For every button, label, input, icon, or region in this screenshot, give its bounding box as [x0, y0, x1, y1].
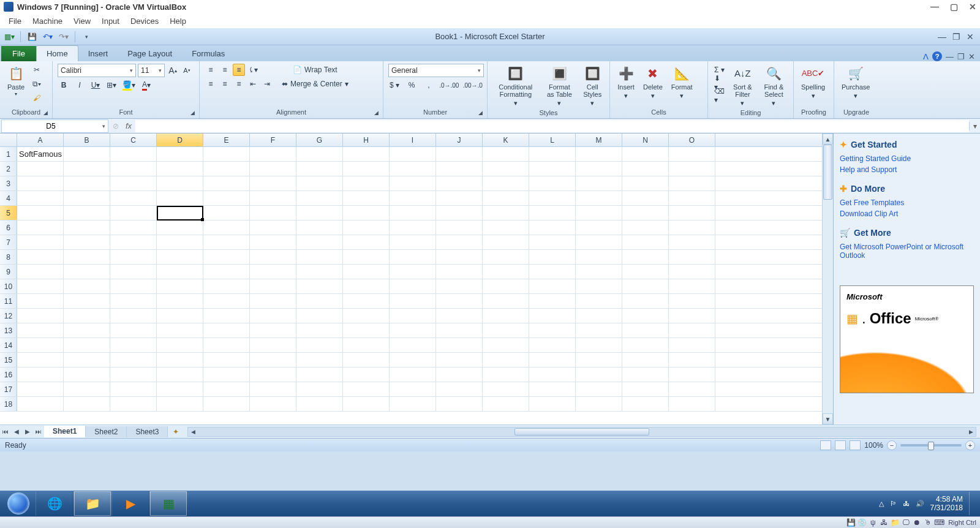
cell-J18[interactable] [436, 397, 483, 411]
cell-I16[interactable] [390, 368, 436, 382]
cell-J13[interactable] [436, 323, 483, 338]
cell-I12[interactable] [390, 309, 436, 323]
cell-H15[interactable] [343, 353, 390, 367]
cell-E17[interactable] [203, 382, 250, 396]
cell-F10[interactable] [250, 279, 296, 293]
cell-H6[interactable] [343, 221, 390, 235]
cell-O10[interactable] [669, 279, 715, 293]
cell-H2[interactable] [343, 162, 390, 176]
sort-filter-button[interactable]: A↓ZSort & Filter▾ [729, 64, 756, 108]
cell-M17[interactable] [576, 382, 622, 396]
cell-A7[interactable] [17, 235, 64, 249]
network-icon[interactable]: 🖧 [903, 500, 910, 507]
cell-F17[interactable] [250, 382, 296, 396]
cell-O1[interactable] [669, 147, 715, 161]
cell-I13[interactable] [390, 323, 436, 338]
qat-save-icon[interactable]: 💾 [25, 31, 39, 43]
zoom-out-icon[interactable]: − [887, 440, 897, 450]
cell-M16[interactable] [576, 368, 622, 382]
cell-G11[interactable] [296, 294, 343, 308]
cell-F12[interactable] [250, 309, 296, 323]
cell-J15[interactable] [436, 353, 483, 367]
cell-H4[interactable] [343, 191, 390, 205]
cell-C16[interactable] [110, 368, 157, 382]
cell-N1[interactable] [622, 147, 669, 161]
cell-H7[interactable] [343, 235, 390, 249]
cell-C9[interactable] [110, 265, 157, 279]
cell-A4[interactable] [17, 191, 64, 205]
cell-D6[interactable] [157, 221, 203, 235]
cell-F18[interactable] [250, 397, 296, 411]
cell-C4[interactable] [110, 191, 157, 205]
cell-M10[interactable] [576, 279, 622, 293]
cell-G7[interactable] [296, 235, 343, 249]
cell-G14[interactable] [296, 338, 343, 352]
cell-O12[interactable] [669, 309, 715, 323]
cell-N11[interactable] [622, 294, 669, 308]
cell-N9[interactable] [622, 265, 669, 279]
alignment-launcher-icon[interactable]: ◢ [374, 110, 382, 117]
cell-I6[interactable] [390, 221, 436, 235]
spreadsheet-grid[interactable]: ABCDEFGHIJKLMNO 1SoftFamous2345678910111… [0, 134, 822, 424]
vb-recording-icon[interactable]: ⏺ [913, 518, 921, 527]
cell-O2[interactable] [669, 162, 715, 176]
column-header-H[interactable]: H [343, 134, 390, 146]
cell-O14[interactable] [669, 338, 715, 352]
cell-C11[interactable] [110, 294, 157, 308]
column-header-E[interactable]: E [203, 134, 250, 146]
cell-E14[interactable] [203, 338, 250, 352]
cell-K8[interactable] [483, 250, 529, 264]
cell-C5[interactable] [110, 206, 157, 220]
cell-E2[interactable] [203, 162, 250, 176]
zoom-in-icon[interactable]: + [965, 440, 975, 450]
getting-started-guide-link[interactable]: Getting Started Guide [840, 153, 974, 164]
cell-D3[interactable] [157, 176, 203, 190]
show-desktop-button[interactable] [969, 492, 974, 515]
cell-O17[interactable] [669, 382, 715, 396]
cell-F5[interactable] [250, 206, 296, 220]
download-clip-art-link[interactable]: Download Clip Art [840, 208, 974, 219]
cell-I14[interactable] [390, 338, 436, 352]
qat-redo-icon[interactable]: ↷▾ [57, 31, 70, 43]
cell-E4[interactable] [203, 191, 250, 205]
cell-O6[interactable] [669, 221, 715, 235]
vb-menu-input[interactable]: Input [102, 17, 119, 26]
cell-A6[interactable] [17, 221, 64, 235]
percent-format-icon[interactable]: % [405, 79, 418, 91]
row-header-5[interactable]: 5 [0, 206, 17, 220]
qat-customize-icon[interactable]: ▾ [80, 31, 93, 43]
vb-menu-machine[interactable]: Machine [32, 17, 62, 26]
insert-cells-button[interactable]: ➕Insert▾ [615, 64, 637, 100]
get-free-templates-link[interactable]: Get Free Templates [840, 197, 974, 208]
row-header-18[interactable]: 18 [0, 397, 17, 411]
cell-G16[interactable] [296, 368, 343, 382]
cell-C10[interactable] [110, 279, 157, 293]
cell-E10[interactable] [203, 279, 250, 293]
cell-A10[interactable] [17, 279, 64, 293]
cell-E8[interactable] [203, 250, 250, 264]
get-powerpoint-outlook-link[interactable]: Get Microsoft PowerPoint or Microsoft Ou… [840, 241, 974, 261]
cell-J1[interactable] [436, 147, 483, 161]
row-header-6[interactable]: 6 [0, 221, 17, 235]
cell-H1[interactable] [343, 147, 390, 161]
column-header-K[interactable]: K [483, 134, 529, 146]
cell-G17[interactable] [296, 382, 343, 396]
cell-D9[interactable] [157, 265, 203, 279]
zoom-slider[interactable] [900, 444, 962, 447]
cell-C14[interactable] [110, 338, 157, 352]
cell-H14[interactable] [343, 338, 390, 352]
column-header-N[interactable]: N [622, 134, 669, 146]
column-header-D[interactable]: D [157, 134, 203, 146]
cell-M11[interactable] [576, 294, 622, 308]
column-header-C[interactable]: C [110, 134, 157, 146]
cell-M9[interactable] [576, 265, 622, 279]
sheet-nav-prev-icon[interactable]: ◀ [11, 428, 22, 435]
cell-N13[interactable] [622, 323, 669, 338]
cell-B14[interactable] [64, 338, 110, 352]
row-header-8[interactable]: 8 [0, 250, 17, 264]
cell-F11[interactable] [250, 294, 296, 308]
cell-styles-button[interactable]: 🔲Cell Styles▾ [580, 64, 605, 108]
horizontal-scrollbar[interactable]: ◀ ▶ [187, 427, 976, 437]
volume-icon[interactable]: 🔊 [916, 500, 924, 508]
cell-D2[interactable] [157, 162, 203, 176]
